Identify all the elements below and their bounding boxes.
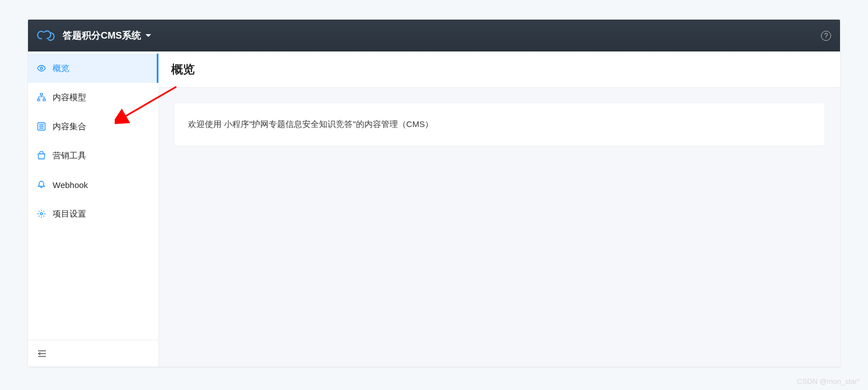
cloud-logo-icon [37, 29, 55, 43]
svg-rect-2 [37, 99, 40, 101]
bell-icon [37, 180, 46, 189]
sidebar-item-label: 概览 [53, 63, 69, 74]
welcome-card: 欢迎使用 小程序"护网专题信息安全知识竞答"的内容管理（CMS） [175, 104, 824, 145]
header-title-dropdown[interactable]: 答题积分CMS系统 [63, 29, 151, 42]
eye-icon [37, 64, 46, 73]
svg-point-0 [40, 67, 43, 69]
caret-down-icon [146, 34, 151, 37]
sidebar-item-marketing-tools[interactable]: 营销工具 [28, 141, 158, 170]
list-icon [37, 122, 46, 131]
help-icon[interactable]: ? [821, 31, 831, 41]
collapse-sidebar-button[interactable] [37, 349, 47, 359]
content-area: 概览 欢迎使用 小程序"护网专题信息安全知识竞答"的内容管理（CMS） [159, 51, 840, 366]
svg-point-5 [40, 213, 43, 215]
sidebar-item-label: 内容模型 [53, 92, 86, 103]
app-container: 答题积分CMS系统 ? 概览 内容模型 [28, 20, 840, 366]
sidebar-item-content-collection[interactable]: 内容集合 [28, 112, 158, 141]
welcome-text: 欢迎使用 小程序"护网专题信息安全知识竞答"的内容管理（CMS） [188, 119, 433, 129]
watermark: CSDN @mon_star° [797, 377, 860, 386]
bag-icon [37, 151, 46, 160]
sidebar-item-label: 内容集合 [53, 121, 86, 132]
header-title-text: 答题积分CMS系统 [63, 29, 141, 42]
sidebar-item-label: 项目设置 [53, 209, 86, 219]
app-body: 概览 内容模型 内容集合 [28, 51, 840, 366]
app-header: 答题积分CMS系统 ? [28, 20, 840, 51]
sidebar-footer [28, 340, 158, 366]
sidebar-item-overview[interactable]: 概览 [28, 54, 158, 83]
gear-icon [37, 209, 46, 218]
sidebar: 概览 内容模型 内容集合 [28, 51, 159, 366]
svg-rect-1 [40, 93, 43, 95]
sidebar-item-content-model[interactable]: 内容模型 [28, 83, 158, 112]
sitemap-icon [37, 93, 46, 102]
sidebar-item-project-settings[interactable]: 项目设置 [28, 199, 158, 228]
header-right: ? [821, 31, 831, 41]
sidebar-item-webhook[interactable]: Webhook [28, 170, 158, 199]
content-body: 欢迎使用 小程序"护网专题信息安全知识竞答"的内容管理（CMS） [159, 88, 840, 161]
sidebar-menu: 概览 内容模型 内容集合 [28, 51, 158, 340]
svg-rect-3 [43, 99, 45, 101]
sidebar-item-label: Webhook [53, 180, 88, 190]
page-title: 概览 [171, 62, 828, 77]
sidebar-item-label: 营销工具 [53, 151, 86, 161]
content-header: 概览 [159, 51, 840, 88]
